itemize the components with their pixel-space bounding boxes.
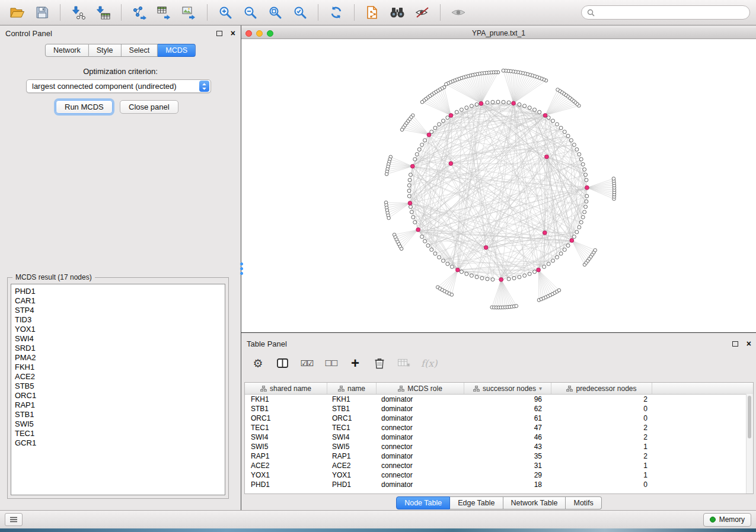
deselect-all-rows-button[interactable]: ☐☐ bbox=[324, 355, 338, 371]
zoom-in-button[interactable] bbox=[214, 2, 237, 23]
mcds-result-item[interactable]: SWI5 bbox=[15, 419, 225, 429]
refresh-layout-button[interactable] bbox=[325, 2, 347, 23]
zoom-selected-button[interactable] bbox=[289, 2, 311, 23]
criterion-dropdown[interactable]: largest connected component (undirected) bbox=[26, 79, 211, 93]
cell-shared_name: YOX1 bbox=[245, 470, 327, 480]
tab-network-table[interactable]: Network Table bbox=[503, 496, 566, 509]
export-image-button[interactable] bbox=[178, 2, 200, 23]
cell-successor_nodes: 46 bbox=[464, 432, 551, 442]
import-table-button[interactable] bbox=[92, 2, 114, 23]
zoom-out-button[interactable] bbox=[239, 2, 261, 23]
mcds-result-title: MCDS result (17 nodes) bbox=[12, 273, 95, 281]
table-row[interactable]: SWI5SWI5connector431 bbox=[245, 442, 753, 451]
table-row[interactable]: ACE2ACE2connector311 bbox=[245, 461, 753, 470]
memory-button[interactable]: Memory bbox=[703, 513, 751, 527]
float-panel-icon[interactable] bbox=[216, 31, 222, 36]
column-header-predecessor-nodes[interactable]: predecessor nodes bbox=[551, 383, 652, 394]
cell-name: SWI5 bbox=[327, 442, 377, 451]
cell-predecessor_nodes: 0 bbox=[551, 414, 652, 423]
table-row[interactable]: SWI4SWI4dominator462 bbox=[245, 432, 753, 442]
mcds-result-item[interactable]: STB5 bbox=[15, 382, 225, 391]
mcds-result-item[interactable]: ORC1 bbox=[15, 391, 225, 400]
table-row[interactable]: FKH1FKH1dominator962 bbox=[245, 395, 753, 404]
mcds-result-item[interactable]: TID3 bbox=[15, 315, 225, 325]
cell-mcds_role: dominator bbox=[377, 414, 464, 423]
window-close-icon[interactable] bbox=[245, 30, 252, 37]
mcds-result-item[interactable]: RAP1 bbox=[15, 400, 225, 410]
column-header-successor-nodes[interactable]: successor nodes ▾ bbox=[464, 383, 551, 394]
column-selector-button[interactable] bbox=[275, 355, 289, 371]
export-network-button[interactable] bbox=[128, 2, 151, 23]
network-canvas[interactable] bbox=[241, 39, 756, 332]
import-network-button[interactable] bbox=[67, 2, 90, 23]
export-table-button[interactable] bbox=[153, 2, 176, 23]
scrollbar-thumb[interactable] bbox=[748, 396, 751, 438]
window-maximize-icon[interactable] bbox=[267, 30, 273, 37]
cell-mcds_role: dominator bbox=[377, 395, 464, 404]
panel-splitter-handle[interactable] bbox=[239, 262, 244, 275]
tab-network[interactable]: Network bbox=[45, 44, 89, 57]
mcds-result-item[interactable]: CAR1 bbox=[15, 296, 225, 306]
close-panel-icon[interactable]: × bbox=[747, 339, 751, 348]
table-row[interactable]: ORC1ORC1dominator610 bbox=[245, 414, 753, 423]
column-header-name[interactable]: name bbox=[327, 383, 377, 394]
run-mcds-button[interactable]: Run MCDS bbox=[56, 100, 113, 114]
table-row[interactable]: TEC1TEC1connector472 bbox=[245, 423, 753, 432]
table-scrollbar[interactable] bbox=[746, 394, 753, 493]
delete-column-button[interactable] bbox=[372, 355, 387, 371]
table-row[interactable]: PHD1PHD1dominator180 bbox=[245, 480, 753, 489]
toggle-visibility-button[interactable] bbox=[447, 2, 470, 23]
zoom-fit-button[interactable] bbox=[264, 2, 286, 23]
mcds-result-item[interactable]: YOX1 bbox=[15, 325, 225, 334]
zoom-in-icon bbox=[218, 5, 232, 20]
column-header-mcds-role[interactable]: MCDS role bbox=[377, 383, 464, 394]
share-document-button[interactable] bbox=[361, 2, 384, 23]
attribute-icon bbox=[398, 386, 404, 392]
tab-style[interactable]: Style bbox=[89, 44, 122, 57]
table-row[interactable]: RAP1RAP1dominator352 bbox=[245, 451, 753, 461]
mcds-result-item[interactable]: GCR1 bbox=[15, 438, 225, 448]
cell-successor_nodes: 96 bbox=[464, 395, 551, 404]
tab-node-table[interactable]: Node Table bbox=[396, 496, 450, 509]
window-minimize-icon[interactable] bbox=[256, 30, 263, 37]
float-panel-icon[interactable] bbox=[732, 341, 738, 347]
mcds-result-item[interactable]: STP4 bbox=[15, 306, 225, 315]
panels-menu-button[interactable] bbox=[5, 513, 23, 526]
mcds-result-item[interactable]: STB1 bbox=[15, 410, 225, 419]
attribute-icon bbox=[566, 386, 573, 392]
table-row[interactable]: YOX1YOX1connector291 bbox=[245, 470, 753, 480]
mcds-result-item[interactable]: SRD1 bbox=[15, 344, 225, 353]
save-session-button[interactable] bbox=[31, 2, 53, 23]
mcds-result-item[interactable]: PMA2 bbox=[15, 353, 225, 363]
column-header-shared-name[interactable]: shared name bbox=[245, 383, 327, 394]
tab-edge-table[interactable]: Edge Table bbox=[450, 496, 503, 509]
attribute-icon bbox=[473, 386, 480, 392]
main-toolbar bbox=[0, 0, 756, 25]
mcds-result-item[interactable]: ACE2 bbox=[15, 372, 225, 382]
search-input[interactable] bbox=[598, 8, 744, 17]
cell-name: STB1 bbox=[327, 404, 377, 414]
tab-motifs[interactable]: Motifs bbox=[566, 496, 601, 509]
select-all-rows-button[interactable]: ☑☑ bbox=[299, 355, 314, 371]
mcds-result-item[interactable]: TEC1 bbox=[15, 429, 225, 438]
tab-mcds[interactable]: MCDS bbox=[158, 44, 196, 57]
mcds-result-item[interactable]: FKH1 bbox=[15, 363, 225, 372]
create-column-button[interactable]: + bbox=[348, 355, 362, 371]
cell-successor_nodes: 18 bbox=[464, 480, 551, 489]
table-row[interactable]: STB1STB1dominator620 bbox=[245, 404, 753, 414]
tab-select[interactable]: Select bbox=[122, 44, 158, 57]
mcds-result-item[interactable]: PHD1 bbox=[15, 287, 225, 296]
network-graph[interactable] bbox=[241, 39, 756, 333]
search-network-button[interactable] bbox=[386, 2, 409, 23]
cell-shared_name: SWI5 bbox=[245, 442, 327, 451]
toggle-graphics-details-button[interactable] bbox=[411, 2, 433, 23]
table-settings-button[interactable]: ⚙ bbox=[251, 355, 265, 371]
column-label: MCDS role bbox=[407, 384, 442, 393]
close-panel-icon[interactable]: × bbox=[231, 29, 235, 37]
mcds-result-list[interactable]: PHD1CAR1STP4TID3YOX1SWI4SRD1PMA2FKH1ACE2… bbox=[11, 284, 225, 495]
close-panel-button[interactable]: Close panel bbox=[120, 100, 178, 114]
open-file-button[interactable] bbox=[6, 2, 28, 23]
refresh-icon bbox=[329, 5, 343, 20]
search-icon bbox=[587, 9, 595, 17]
mcds-result-item[interactable]: SWI4 bbox=[15, 334, 225, 344]
